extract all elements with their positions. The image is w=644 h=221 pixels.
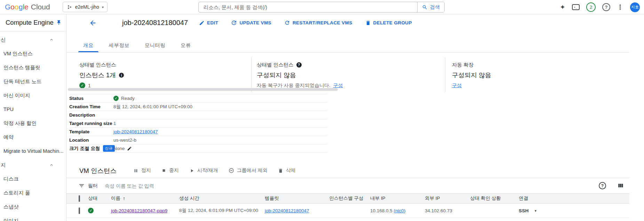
property-row-template: Template job-20240812180047: [69, 128, 327, 136]
tab-overview[interactable]: 개요: [75, 39, 101, 52]
instance-name-link[interactable]: job-20240812180047-pqp9: [111, 208, 167, 213]
pin-icon[interactable]: [56, 20, 62, 25]
status-ok-icon: ✓: [79, 82, 85, 88]
property-label: Location: [69, 137, 113, 143]
col-header-per-instance-config[interactable]: 인스턴스별 구성: [329, 195, 370, 202]
property-label: Status: [69, 96, 113, 101]
col-header-connect[interactable]: 연결: [519, 195, 629, 202]
search-button[interactable]: 검색: [417, 2, 444, 12]
project-selector[interactable]: e2eML-jiho ▾: [63, 2, 108, 12]
new-badge: 신규: [103, 145, 115, 152]
ssh-button[interactable]: SSH: [519, 208, 529, 213]
more-options-icon[interactable]: ⋮: [617, 3, 623, 11]
sidebar-item-disks[interactable]: 디스크: [0, 172, 66, 186]
edit-pencil-icon[interactable]: [127, 146, 132, 151]
filter-icon: [79, 183, 85, 189]
pause-button[interactable]: 정지: [133, 167, 151, 174]
table-row: ✓ job-20240812180047-pqp9 8월 12, 2024, 6…: [66, 204, 629, 218]
sidebar-item-reservations[interactable]: 예약: [0, 130, 66, 144]
col-header-template[interactable]: 템플릿: [265, 195, 329, 202]
sidebar-item-instance-templates[interactable]: 인스턴스 템플릿: [0, 61, 66, 74]
sidebar-item-vm-instances[interactable]: VM 인스턴스: [0, 47, 66, 61]
properties-list: Status ✓ Ready Creation Time 8월 12, 2024…: [69, 94, 327, 153]
topbar: Google Cloud e2eML-jiho ▾ 검색 ✦ ›_ 2 ? ⋮ …: [0, 0, 644, 14]
tab-monitoring[interactable]: 모니터링: [137, 39, 173, 52]
sidebar-item-tpu[interactable]: TPU: [0, 102, 66, 116]
column-display-icon[interactable]: [617, 182, 624, 189]
tab-errors[interactable]: 오류: [173, 39, 199, 52]
restart-replace-vms-button[interactable]: RESTART/REPLACE VMS: [284, 20, 352, 26]
filter-button[interactable]: 필터: [79, 183, 98, 189]
delete-button[interactable]: 삭제: [278, 167, 296, 174]
chevron-down-icon: ▾: [102, 5, 104, 9]
sidebar-section-label: 지: [1, 162, 6, 168]
pencil-icon: [199, 20, 205, 26]
trash-icon: [278, 168, 283, 173]
sidebar-section-storage[interactable]: 지: [0, 158, 66, 172]
edit-button[interactable]: EDIT: [199, 20, 218, 26]
update-vms-button[interactable]: UPDATE VMS: [231, 20, 271, 26]
tab-details[interactable]: 세부정보: [101, 39, 137, 52]
card-label: 자동 확장: [452, 62, 474, 68]
card-label: 상태별 인스턴스: [79, 62, 116, 68]
ready-count: 1: [88, 83, 91, 88]
sidebar-item-migrate-to-vm[interactable]: Migrate to Virtual Machin...: [0, 144, 66, 158]
chevron-up-icon: [49, 37, 54, 42]
col-header-internal-ip[interactable]: 내부 IP: [370, 195, 425, 202]
help-icon[interactable]: ?: [602, 3, 610, 11]
avatar[interactable]: 지호: [630, 2, 640, 12]
sidebar-item-storage-pools[interactable]: 스토리지 풀: [0, 186, 66, 200]
ssh-dropdown-caret[interactable]: ▾: [535, 209, 536, 213]
gemini-sparkle-icon[interactable]: ✦: [560, 3, 565, 11]
col-header-external-ip[interactable]: 외부 IP: [425, 195, 470, 202]
global-search: 검색: [198, 2, 445, 13]
status-ok-icon: ✓: [113, 96, 119, 101]
start-resume-button[interactable]: 시작/재개: [189, 167, 218, 174]
sidebar-item-images[interactable]: 이미지: [0, 214, 66, 221]
external-ip: 34.102.60.73: [425, 208, 470, 213]
sidebar-section-label: 신: [1, 37, 6, 43]
delete-group-button[interactable]: DELETE GROUP: [365, 20, 412, 26]
logo-cloud: Cloud: [31, 3, 50, 11]
remove-from-group-button[interactable]: 그룹에서 제외: [229, 167, 268, 174]
filter-bar: 필터 ?: [66, 178, 629, 193]
property-row-status: Status ✓ Ready: [69, 94, 327, 103]
col-header-created[interactable]: 생성 시간: [179, 195, 265, 202]
col-header-name[interactable]: 이름: [111, 195, 120, 202]
filter-input[interactable]: [104, 183, 599, 189]
sort-ascending-icon[interactable]: ↑: [123, 196, 125, 201]
sidebar: Compute Engine 신 VM 인스턴스 인스턴스 템플릿 단독 테넌트…: [0, 14, 66, 221]
instance-template-link[interactable]: job-20240812180047: [265, 208, 309, 213]
template-link[interactable]: job-20240812180047: [113, 129, 158, 134]
notifications-badge[interactable]: 2: [586, 2, 596, 12]
stop-button[interactable]: 중지: [161, 167, 179, 174]
horizontal-scrollbar[interactable]: [68, 88, 338, 91]
sidebar-item-committed-use-discounts[interactable]: 약정 사용 할인: [0, 116, 66, 130]
configure-link[interactable]: 구성: [452, 82, 462, 89]
autohealing-value: 구성되지 않음: [257, 71, 296, 79]
row-checkbox[interactable]: [79, 207, 80, 214]
page-title: job-20240812180047: [122, 19, 188, 27]
update-vms-label: UPDATE VMS: [239, 20, 271, 25]
help-icon[interactable]: ?: [599, 182, 606, 189]
shell: Compute Engine 신 VM 인스턴스 인스턴스 템플릿 단독 테넌트…: [0, 14, 644, 221]
info-icon[interactable]: i: [119, 73, 124, 78]
sidebar-item-snapshots[interactable]: 스냅샷: [0, 200, 66, 214]
nic-link[interactable]: (nic0): [394, 208, 406, 213]
help-icon[interactable]: ?: [296, 62, 302, 68]
col-header-health-check[interactable]: 상태 확인 상황: [470, 195, 519, 202]
resize-request-value: None: [113, 146, 125, 151]
search-input[interactable]: [199, 2, 417, 12]
filter-bar-icons: ?: [599, 182, 629, 189]
property-label: Target running size: [69, 121, 113, 126]
back-button[interactable]: [89, 19, 97, 27]
remove-circle-icon: [229, 168, 234, 173]
cloud-shell-button[interactable]: ›_: [572, 4, 580, 10]
col-header-status[interactable]: 상태: [88, 195, 111, 202]
sidebar-section-vm[interactable]: 신: [0, 33, 66, 47]
select-all-checkbox[interactable]: [79, 195, 80, 202]
pause-label: 정지: [141, 167, 151, 174]
sidebar-item-machine-images[interactable]: 머신 이미지: [0, 88, 66, 102]
sidebar-item-sole-tenant-nodes[interactable]: 단독 테넌트 노드: [0, 74, 66, 88]
property-label: 크기 조절 요청: [69, 145, 100, 152]
